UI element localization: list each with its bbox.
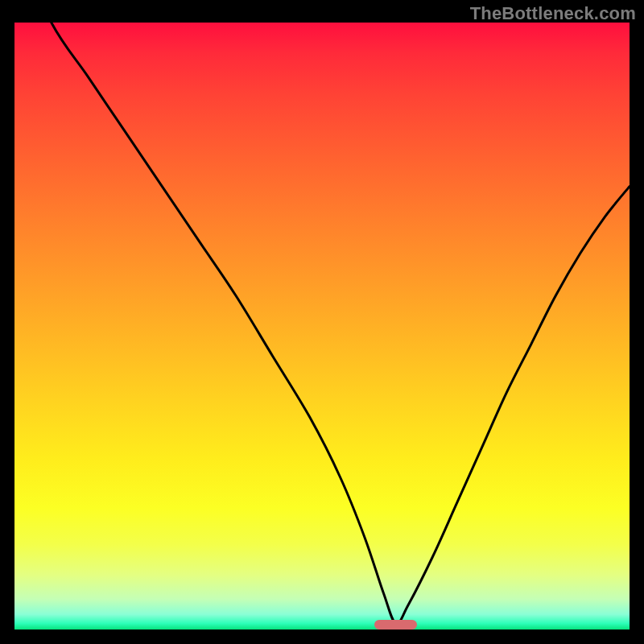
plot-area [14, 23, 630, 630]
chart-frame: TheBottleneck.com [0, 0, 644, 644]
watermark-text: TheBottleneck.com [470, 3, 636, 24]
optimal-marker [374, 620, 417, 630]
bottleneck-curve [14, 23, 630, 630]
